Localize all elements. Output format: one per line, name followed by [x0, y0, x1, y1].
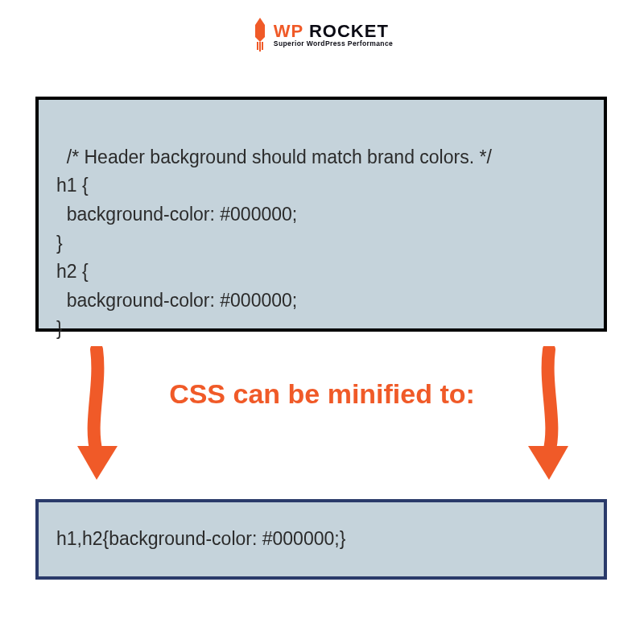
- logo-wp: WP: [274, 21, 303, 41]
- wp-rocket-logo: WP ROCKET Superior WordPress Performance: [0, 0, 644, 52]
- logo-text: WP ROCKET Superior WordPress Performance: [274, 22, 393, 47]
- arrow-down-icon: [523, 346, 573, 486]
- rocket-icon: [251, 18, 269, 52]
- css-before-code: /* Header background should match brand …: [56, 147, 492, 340]
- css-after-box: h1,h2{background-color: #000000;}: [35, 499, 607, 580]
- css-before-box: /* Header background should match brand …: [35, 97, 607, 332]
- arrow-down-icon: [72, 346, 122, 486]
- css-after-code: h1,h2{background-color: #000000;}: [56, 525, 345, 554]
- minify-caption: CSS can be minified to:: [0, 378, 644, 410]
- logo-tagline: Superior WordPress Performance: [274, 40, 393, 47]
- logo-rocket: ROCKET: [303, 21, 389, 41]
